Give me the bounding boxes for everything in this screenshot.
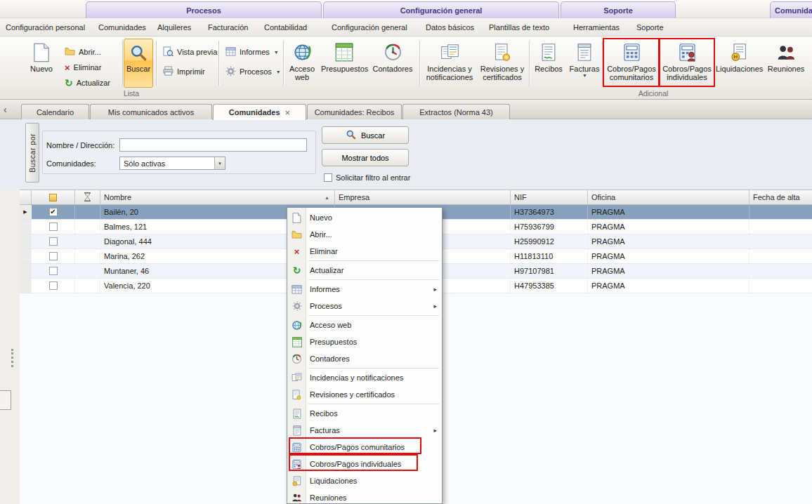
contextual-group-label: Configuración general: [400, 6, 483, 15]
row-select-cell: [32, 249, 75, 263]
buscar-button[interactable]: Buscar: [124, 39, 153, 88]
column-header-empresa[interactable]: Empresa: [335, 190, 511, 204]
menu-item-presupuestos[interactable]: Presupuestos: [287, 333, 442, 350]
cell-oficina: PRAGMA: [588, 220, 749, 234]
cell-oficina: PRAGMA: [588, 234, 749, 248]
column-header-oficina[interactable]: Oficina: [588, 190, 749, 204]
recibos-button[interactable]: Recibos: [531, 39, 566, 88]
menu-item-abrir[interactable]: Abrir...: [287, 226, 442, 243]
ribbon-tab-configuracion-general[interactable]: Configuración general: [329, 22, 410, 33]
tab-scroll-left-icon[interactable]: ‹: [4, 104, 7, 115]
button-label: Buscar: [361, 131, 385, 140]
splitter-drag-handle[interactable]: [11, 349, 13, 367]
row-checkbox[interactable]: [49, 252, 58, 260]
menu-item-acceso-web[interactable]: Acceso web: [287, 317, 442, 333]
tab-extractos-norma-43[interactable]: Extractos (Norma 43): [402, 104, 510, 119]
ribbon-tab-plantillas-de-texto[interactable]: Plantillas de texto: [486, 22, 552, 33]
ribbon-tab-comunidades[interactable]: Comunidades: [96, 22, 149, 33]
ribbon-tab-configuracion-personal[interactable]: Configuración personal: [3, 22, 88, 33]
reuniones-button[interactable]: Reuniones: [764, 39, 808, 88]
presupuestos-button[interactable]: Presupuestos: [320, 39, 368, 88]
row-checkbox[interactable]: [49, 237, 58, 246]
status-column-header[interactable]: [75, 190, 100, 204]
actualizar-button[interactable]: ↻ Actualizar: [62, 76, 113, 90]
people-meeting-icon: [776, 41, 796, 63]
search-icon: [129, 41, 148, 63]
tab-comunidades-recibos[interactable]: Comunidades: Recibos: [307, 104, 402, 119]
vista-previa-button[interactable]: Vista previa: [160, 45, 220, 59]
acceso-web-button[interactable]: Acceso web: [286, 39, 318, 88]
select-all-column-header[interactable]: [32, 190, 75, 204]
settlement-coin-document-icon: [731, 41, 747, 63]
ribbon-tab-soporte[interactable]: Soporte: [634, 22, 667, 33]
menu-item-procesos[interactable]: Procesos ▸: [287, 298, 442, 314]
contadores-button[interactable]: Contadores: [370, 39, 415, 88]
eliminar-button[interactable]: × Eliminar: [62, 60, 104, 74]
ribbon-tab-herramientas[interactable]: Herramientas: [570, 22, 622, 33]
nuevo-button[interactable]: Nuevo: [25, 39, 58, 88]
row-select-cell: [32, 234, 75, 248]
imprimir-button[interactable]: Imprimir: [160, 65, 208, 79]
close-tab-icon[interactable]: ×: [285, 108, 291, 117]
row-checkbox[interactable]: [49, 281, 58, 290]
cobros-pagos-individuales-button[interactable]: Cobros/Pagos individuales: [660, 39, 714, 88]
menu-item-label: Recibos: [310, 409, 338, 418]
tab-comunidades[interactable]: Comunidades ×: [213, 104, 306, 120]
row-checkbox[interactable]: ✔: [49, 208, 58, 216]
menu-item-cobros-pagos-comunitarios[interactable]: Cobros/Pagos comunitarios: [287, 439, 442, 456]
menu-item-contadores[interactable]: Contadores: [287, 350, 442, 367]
revisiones-button[interactable]: Revisiones y certificados: [477, 39, 528, 88]
menu-item-actualizar[interactable]: ↻ Actualizar: [287, 262, 442, 279]
name-address-input[interactable]: [119, 138, 307, 152]
ribbon-tab-datos-basicos[interactable]: Datos básicos: [423, 22, 477, 33]
collapsed-panel-button[interactable]: [0, 390, 11, 410]
menu-item-liquidaciones[interactable]: Liquidaciones: [287, 472, 442, 489]
dropdown-arrow-icon: ▼: [582, 73, 587, 78]
ribbon-tab-contabilidad[interactable]: Contabilidad: [261, 22, 310, 33]
row-indicator-cell: [20, 264, 32, 278]
ribbon-tab-facturacion[interactable]: Facturación: [205, 22, 251, 33]
row-checkbox[interactable]: [49, 267, 58, 275]
menu-item-recibos[interactable]: Recibos: [287, 405, 442, 422]
column-header-fecha-de-alta[interactable]: Fecha de alta: [749, 190, 812, 204]
informes-dropdown-button[interactable]: Informes ▼: [223, 45, 282, 59]
checkbox-box[interactable]: [324, 173, 332, 182]
facturas-dropdown-button[interactable]: Facturas ▼: [567, 39, 602, 88]
row-checkbox[interactable]: [49, 223, 58, 231]
incidencias-button[interactable]: Incidencias y notificaciones: [422, 39, 477, 88]
buscar-filter-button[interactable]: Buscar: [322, 126, 409, 144]
column-header-nif[interactable]: NIF: [511, 190, 588, 204]
communities-select[interactable]: Sólo activas ▼: [119, 157, 225, 170]
menu-item-facturas[interactable]: Facturas ▸: [287, 422, 442, 439]
new-document-icon: [291, 213, 303, 223]
column-header-nombre[interactable]: Nombre▲: [100, 190, 335, 204]
menu-item-nuevo[interactable]: Nuevo: [287, 209, 442, 226]
solicitar-filtro-checkbox[interactable]: Solicitar filtro al entrar: [324, 173, 410, 182]
menu-item-revisiones[interactable]: Revisiones y certificados: [287, 386, 442, 403]
button-label: Informes: [240, 48, 270, 56]
liquidaciones-button[interactable]: Liquidaciones: [715, 39, 763, 88]
tab-mis-comunicados-activos[interactable]: Mis comunicados activos: [90, 104, 212, 119]
procesos-dropdown-button[interactable]: Procesos ▼: [223, 65, 284, 79]
side-tab-label: Buscar por: [28, 133, 37, 173]
menu-item-cobros-pagos-individuales[interactable]: Cobros/Pagos individuales: [287, 456, 442, 472]
menu-item-informes[interactable]: Informes ▸: [287, 281, 442, 298]
buscar-por-side-tab[interactable]: Buscar por: [25, 123, 39, 183]
cell-nif: H47953385: [511, 279, 588, 293]
menu-item-eliminar[interactable]: × Eliminar: [287, 243, 442, 260]
button-label: Acceso web: [287, 65, 317, 81]
people-meeting-icon: [291, 493, 303, 503]
ribbon-tab-alquileres[interactable]: Alquileres: [155, 22, 194, 33]
menu-item-label: Contadores: [310, 354, 350, 363]
button-label: Cobros/Pagos comunitarios: [605, 65, 657, 81]
receipt-icon: [291, 409, 303, 419]
new-document-icon: [33, 41, 50, 63]
tab-calendario[interactable]: Calendario: [21, 104, 89, 119]
menu-item-reuniones[interactable]: Reuniones: [287, 489, 442, 504]
check-icon: ✔: [50, 208, 55, 215]
contextual-group-procesos: Procesos: [86, 1, 322, 18]
menu-item-incidencias[interactable]: Incidencias y notificaciones: [287, 369, 442, 386]
abrir-button[interactable]: Abrir...: [62, 45, 104, 59]
cobros-pagos-comunitarios-button[interactable]: Cobros/Pagos comunitarios: [605, 39, 658, 88]
mostrar-todos-button[interactable]: Mostrar todos: [322, 149, 409, 166]
